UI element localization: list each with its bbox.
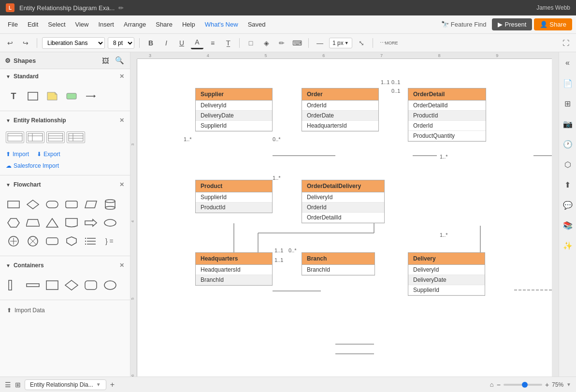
orderdetail-entity[interactable]: OrderDetail OrderDetailId ProductId Orde… <box>408 88 486 142</box>
more-button[interactable]: ⋯MORE <box>378 37 400 49</box>
import-data-button[interactable]: ⬆ Import Data <box>0 302 130 319</box>
er-shape-2[interactable] <box>26 131 44 143</box>
edit-title-icon[interactable]: ✏ <box>118 4 124 12</box>
menu-edit[interactable]: Edit <box>24 19 42 30</box>
text-align-button[interactable]: T̲ <box>222 37 234 49</box>
fc-shield[interactable] <box>64 233 79 249</box>
delivery-entity[interactable]: Delivery DeliveryId DeliveryDate Supplie… <box>408 252 485 296</box>
order-entity[interactable]: Order OrderId OrderDate HeadquartersId <box>302 88 379 131</box>
headquarters-entity[interactable]: Headquarters HeadquartersId BranchId <box>195 252 273 286</box>
fc-stadium[interactable] <box>44 197 60 212</box>
canvas-wrapper[interactable]: 3 4 5 6 7 8 9 3 4 5 6 <box>130 52 559 377</box>
add-tab-button[interactable]: + <box>110 380 115 389</box>
fc-doc[interactable] <box>64 215 79 231</box>
menu-arrange[interactable]: Arrange <box>120 19 150 30</box>
text-shape[interactable]: T <box>6 88 21 104</box>
redo-button[interactable]: ↪ <box>19 37 32 49</box>
ct-diamond2[interactable] <box>64 277 79 293</box>
fc-rect-rounded2[interactable] <box>44 233 60 249</box>
zoom-dropdown-icon[interactable]: ▼ <box>566 382 571 387</box>
menu-file[interactable]: File <box>4 19 22 30</box>
fill-button[interactable]: □ <box>245 37 257 49</box>
fc-oval[interactable] <box>102 215 118 231</box>
flowchart-section-header[interactable]: ▼ Flowchart ✕ <box>0 177 130 192</box>
containers-close-icon[interactable]: ✕ <box>119 262 124 269</box>
fc-parallelogram[interactable] <box>83 197 99 212</box>
waypoint-button[interactable]: ⤡ <box>355 37 368 49</box>
er-section-header[interactable]: ▼ Entity Relationship ✕ <box>0 113 130 128</box>
present-button[interactable]: ▶ Present <box>492 18 532 30</box>
chat-icon[interactable]: 💬 <box>561 198 575 212</box>
undo-button[interactable]: ↩ <box>4 37 16 49</box>
grid-view-icon[interactable]: ⊞ <box>15 381 21 389</box>
image-icon[interactable]: 🖼 <box>101 56 110 66</box>
fc-cylinder[interactable] <box>102 197 118 212</box>
line-width-select[interactable]: 1 px▼ <box>329 38 352 48</box>
menu-view[interactable]: View <box>72 19 93 30</box>
line-style-button[interactable]: — <box>314 37 326 49</box>
er-close-icon[interactable]: ✕ <box>119 117 124 124</box>
standard-close-icon[interactable]: ✕ <box>119 73 124 80</box>
search-icon[interactable]: 🔍 <box>114 55 125 66</box>
font-color-button[interactable]: A <box>191 37 203 49</box>
standard-section-header[interactable]: ▼ Standard ✕ <box>0 69 130 84</box>
italic-button[interactable]: I <box>160 37 173 49</box>
rect-shape[interactable] <box>25 88 41 104</box>
collapse-right-icon[interactable]: « <box>561 56 575 70</box>
zoom-out-button[interactable]: − <box>497 381 501 389</box>
fc-brace-style[interactable]: } = <box>102 233 118 249</box>
fc-triangle[interactable] <box>44 215 60 231</box>
menu-insert[interactable]: Insert <box>94 19 118 30</box>
zoom-thumb[interactable] <box>522 382 528 388</box>
align-button[interactable]: ≡ <box>206 37 219 49</box>
line-color-button[interactable]: ✏ <box>275 37 288 49</box>
er-shape-1[interactable] <box>6 131 24 143</box>
fill-color-button[interactable]: ◈ <box>260 37 273 49</box>
feature-find-button[interactable]: 🔭 Feature Find <box>437 19 490 30</box>
clock-icon[interactable]: 🕐 <box>561 137 575 151</box>
menu-select[interactable]: Select <box>44 19 69 30</box>
er-shape-4[interactable] <box>67 131 85 143</box>
orderdetaildelivery-entity[interactable]: OrderDetailDelivery DeliveryId OrderId O… <box>302 180 385 223</box>
fc-rect[interactable] <box>6 197 21 212</box>
zoom-slider[interactable] <box>504 384 542 386</box>
arrow-shape[interactable] <box>83 88 99 104</box>
book-icon[interactable]: 📚 <box>561 218 575 232</box>
camera-icon[interactable]: 📷 <box>561 117 575 131</box>
fc-hexagon[interactable] <box>6 215 21 231</box>
containers-section-header[interactable]: ▼ Containers ✕ <box>0 258 130 273</box>
process-shape[interactable] <box>64 88 79 104</box>
fc-circle-plus[interactable] <box>6 233 21 249</box>
fc-arrow-right[interactable] <box>83 215 99 231</box>
current-tab[interactable]: Entity Relationship Dia... ▼ <box>25 379 106 390</box>
underline-button[interactable]: U <box>175 37 188 49</box>
fc-circle-x[interactable] <box>25 233 41 249</box>
grid-icon[interactable]: ⊞ <box>561 97 575 110</box>
ct-horizontal[interactable] <box>25 277 41 293</box>
supplier-entity[interactable]: Supplier DeliveryId DeliveryDate Supplie… <box>195 88 273 131</box>
ct-rect[interactable] <box>44 277 60 293</box>
fc-diamond[interactable] <box>25 197 41 212</box>
salesforce-import-button[interactable]: ☁ Salesforce Import <box>0 161 130 173</box>
bold-button[interactable]: B <box>144 37 157 49</box>
flowchart-close-icon[interactable]: ✕ <box>119 181 124 188</box>
menu-help[interactable]: Help <box>178 19 199 30</box>
branch-entity[interactable]: Branch BranchId <box>302 252 375 276</box>
format-icon[interactable]: 📄 <box>561 76 575 90</box>
ct-oval2[interactable] <box>102 277 118 293</box>
layers-icon[interactable]: ⬡ <box>561 158 575 171</box>
import-button[interactable]: ⬆ Import <box>6 151 29 158</box>
home-icon[interactable]: ⌂ <box>490 381 494 388</box>
er-shape-3[interactable] <box>46 131 65 143</box>
upload-icon[interactable]: ⬆ <box>561 178 575 191</box>
menu-saved[interactable]: Saved <box>244 19 270 30</box>
ct-rounded[interactable] <box>83 277 99 293</box>
fc-rounded-rect[interactable] <box>64 197 79 212</box>
font-size-select[interactable]: 8 pt <box>108 37 134 49</box>
note-shape[interactable] <box>44 88 60 104</box>
fc-list-style[interactable] <box>83 233 99 249</box>
menu-whats-new[interactable]: What's New <box>201 19 242 30</box>
canvas[interactable]: Supplier DeliveryId DeliveryDate Supplie… <box>137 59 552 377</box>
fullscreen-button[interactable]: ⛶ <box>560 37 572 49</box>
fc-trapezoid[interactable] <box>25 215 41 231</box>
